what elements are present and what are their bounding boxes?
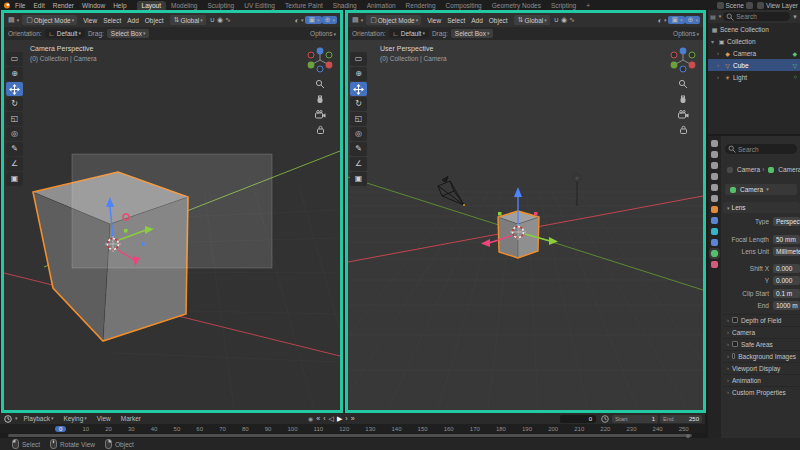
orientation-default-dropdown[interactable]: ∟ Default▾ bbox=[389, 29, 429, 38]
tool-move[interactable] bbox=[6, 82, 23, 96]
camera-view-button[interactable] bbox=[314, 108, 326, 120]
section-lens[interactable]: ▾ Lens bbox=[723, 202, 800, 213]
menu-marker[interactable]: Marker bbox=[117, 415, 145, 422]
camera-view-button[interactable] bbox=[677, 108, 689, 120]
type-dropdown[interactable]: Perspective bbox=[773, 217, 800, 226]
pan-button[interactable] bbox=[314, 93, 326, 105]
tool-rotate[interactable]: ↻ bbox=[6, 97, 23, 111]
tool-scale[interactable]: ◱ bbox=[6, 112, 23, 126]
tab-sculpting[interactable]: Sculpting bbox=[202, 1, 239, 10]
orientation-default-dropdown[interactable]: ∟ Default▾ bbox=[45, 29, 85, 38]
autokey-button[interactable]: ◉ bbox=[308, 415, 313, 422]
shading-solid-button[interactable]: ▣▾ bbox=[668, 16, 684, 24]
prev-keyframe-button[interactable]: ‹ bbox=[323, 415, 325, 422]
tab-tool[interactable] bbox=[711, 140, 718, 147]
shading-preview-button[interactable]: ⊕▾ bbox=[685, 16, 700, 24]
section-camera[interactable]: ›Camera bbox=[723, 326, 800, 337]
outliner-display-mode-icon[interactable]: ▤ bbox=[710, 13, 716, 20]
outliner-row-scene-collection[interactable]: ▦ Scene Collection bbox=[708, 23, 800, 35]
mode-dropdown[interactable]: ▢Object Mode▾ bbox=[366, 15, 421, 25]
tool-cursor[interactable]: ⊕ bbox=[350, 67, 367, 81]
section-safe-areas[interactable]: ›Safe Areas bbox=[723, 338, 800, 349]
tool-select-box[interactable]: ▭ bbox=[350, 52, 367, 66]
menu-object[interactable]: Object bbox=[142, 17, 167, 24]
datablock-selector[interactable]: Camera ▾ bbox=[725, 184, 797, 195]
breadcrumb-object[interactable]: Camera bbox=[737, 166, 760, 173]
play-button[interactable]: ▶ bbox=[337, 415, 342, 423]
navigation-gizmo[interactable] bbox=[668, 45, 698, 75]
proportional-edit-icon[interactable]: ◉ bbox=[217, 16, 223, 24]
snap-magnet-icon[interactable]: ∪ bbox=[210, 16, 215, 24]
jump-start-button[interactable]: « bbox=[316, 415, 320, 422]
menu-window[interactable]: Window bbox=[78, 2, 109, 9]
lock-button[interactable] bbox=[677, 123, 689, 135]
zoom-button[interactable] bbox=[314, 78, 326, 90]
options-dropdown[interactable]: Options▾ bbox=[310, 30, 336, 37]
lock-button[interactable] bbox=[314, 123, 326, 135]
menu-object[interactable]: Object bbox=[486, 17, 511, 24]
checkbox[interactable] bbox=[732, 353, 735, 359]
tab-modifiers[interactable] bbox=[711, 217, 718, 224]
jump-end-button[interactable]: » bbox=[351, 415, 355, 422]
outliner-row-light[interactable]: › ☀ Light ○ bbox=[708, 71, 800, 83]
overlays-button[interactable]: ◐▾ bbox=[292, 17, 306, 24]
pan-button[interactable] bbox=[677, 93, 689, 105]
drag-select-box-dropdown[interactable]: Select Box▾ bbox=[107, 29, 150, 38]
checkbox[interactable] bbox=[732, 317, 738, 323]
scrollbar-thumb[interactable] bbox=[8, 434, 692, 437]
editor-type-icon[interactable]: ▤ bbox=[8, 16, 15, 24]
tab-layout[interactable]: Layout bbox=[137, 1, 167, 10]
tool-measure[interactable]: ∠ bbox=[6, 157, 23, 171]
tool-annotate[interactable]: ✎ bbox=[6, 142, 23, 156]
tool-add-cube[interactable]: ▣ bbox=[6, 172, 23, 186]
tool-move[interactable] bbox=[350, 82, 367, 96]
add-workspace-button[interactable]: + bbox=[581, 1, 595, 10]
scene-selector[interactable]: Scene bbox=[726, 2, 744, 9]
frame-end-input[interactable]: End250 bbox=[660, 415, 702, 423]
viewport-left-canvas[interactable]: Camera Perspective (0) Collection | Came… bbox=[4, 40, 340, 410]
tab-compositing[interactable]: Compositing bbox=[441, 1, 487, 10]
tool-measure[interactable]: ∠ bbox=[350, 157, 367, 171]
tool-annotate[interactable]: ✎ bbox=[350, 142, 367, 156]
menu-view[interactable]: View bbox=[80, 17, 100, 24]
orientation-dropdown[interactable]: ⇅Global▾ bbox=[170, 15, 206, 25]
shift-x-input[interactable]: 0.000 bbox=[773, 264, 800, 273]
timeline-ruler[interactable]: 0102030405060708090100110120130140150160… bbox=[0, 424, 705, 433]
scrollbar-knob[interactable] bbox=[686, 434, 690, 438]
overlays-button[interactable]: ◐▾ bbox=[655, 17, 669, 24]
tab-material[interactable] bbox=[711, 261, 718, 268]
clip-end-input[interactable]: 1000 m bbox=[773, 301, 800, 310]
tab-rendering[interactable]: Rendering bbox=[401, 1, 441, 10]
section-custom-properties[interactable]: ›Custom Properties bbox=[723, 386, 800, 397]
menu-add[interactable]: Add bbox=[124, 17, 142, 24]
tab-uv-editing[interactable]: UV Editing bbox=[239, 1, 280, 10]
tab-texture-paint[interactable]: Texture Paint bbox=[280, 1, 328, 10]
tab-shading[interactable]: Shading bbox=[328, 1, 362, 10]
tool-select-box[interactable]: ▭ bbox=[6, 52, 23, 66]
falloff-icon[interactable]: ∿ bbox=[225, 16, 231, 24]
drag-select-box-dropdown[interactable]: Select Box▾ bbox=[451, 29, 494, 38]
tool-add-cube[interactable]: ▣ bbox=[350, 172, 367, 186]
properties-search-input[interactable]: Search bbox=[725, 144, 797, 154]
filter-icon[interactable]: ▼ bbox=[792, 14, 798, 20]
lens-unit-dropdown[interactable]: Millimeters bbox=[773, 247, 800, 256]
shading-solid-button[interactable]: ▣▾ bbox=[305, 16, 321, 24]
section-animation[interactable]: ›Animation bbox=[723, 374, 800, 385]
menu-file[interactable]: File bbox=[11, 2, 29, 9]
breadcrumb-data[interactable]: Camera bbox=[778, 166, 800, 173]
outliner-row-camera[interactable]: › ◆ Camera ◆ bbox=[708, 47, 800, 59]
zoom-button[interactable] bbox=[677, 78, 689, 90]
tab-scene[interactable] bbox=[711, 184, 718, 191]
navigation-gizmo[interactable] bbox=[305, 45, 335, 75]
tool-transform[interactable]: ◎ bbox=[6, 127, 23, 141]
clip-start-input[interactable]: 0.1 m bbox=[773, 289, 800, 298]
tool-transform[interactable]: ◎ bbox=[350, 127, 367, 141]
mode-dropdown[interactable]: ▢Object Mode▾ bbox=[22, 15, 77, 25]
tab-render[interactable] bbox=[711, 151, 718, 158]
orientation-dropdown[interactable]: ⇅Global▾ bbox=[514, 15, 550, 25]
falloff-icon[interactable]: ∿ bbox=[569, 16, 575, 24]
tab-scripting[interactable]: Scripting bbox=[546, 1, 581, 10]
tab-geometry-nodes[interactable]: Geometry Nodes bbox=[487, 1, 546, 10]
frame-start-input[interactable]: Start1 bbox=[612, 415, 658, 423]
menu-playback[interactable]: Playback▾ bbox=[20, 415, 58, 422]
